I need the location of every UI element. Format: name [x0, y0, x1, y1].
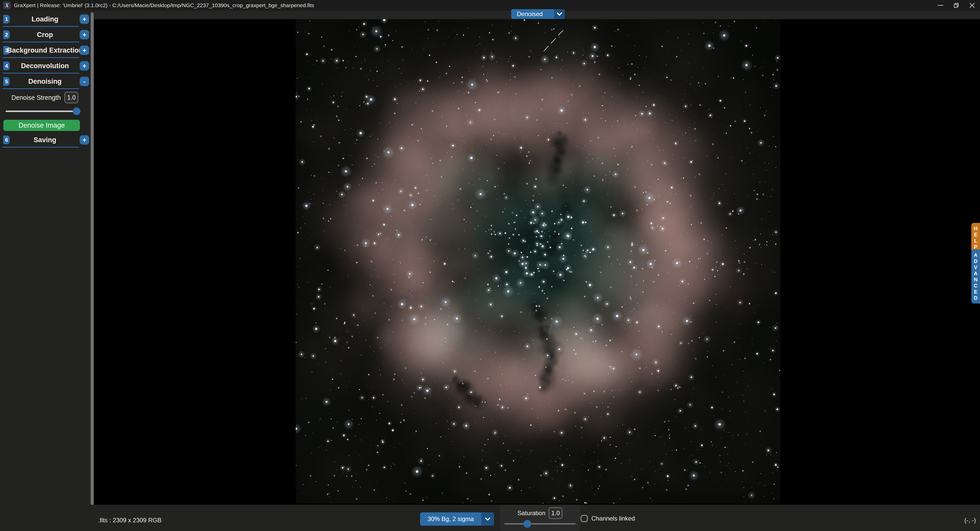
close-icon	[969, 3, 975, 8]
denoise-strength-slider[interactable]	[6, 108, 80, 115]
section-expand-button[interactable]: +	[80, 45, 89, 55]
minimize-button[interactable]	[932, 0, 948, 11]
window-controls	[932, 0, 980, 11]
section-label: Loading	[0, 15, 90, 23]
chevron-down-icon	[485, 517, 490, 520]
title-bar: X GraXpert | Release: 'Umbriel' (3.1.0rc…	[0, 0, 980, 11]
saturation-row: Saturation 1.0	[500, 507, 580, 520]
restore-icon	[954, 3, 959, 8]
section-background-extraction: 3 Background Extraction +	[0, 42, 90, 58]
dropdown-arrow[interactable]	[481, 512, 494, 526]
channels-linked-control: Channels linked	[581, 515, 635, 522]
sidebar-scrollbar[interactable]	[91, 12, 94, 527]
advanced-tab[interactable]: ADVANCED	[971, 250, 980, 304]
section-deconvolution: 4 Deconvolution +	[0, 58, 90, 73]
section-denoising: 5 Denoising -	[0, 73, 90, 89]
channels-linked-checkbox[interactable]	[581, 515, 588, 522]
display-version-value[interactable]: Denoised	[511, 9, 554, 19]
app-logo-icon: X	[3, 2, 11, 9]
denoise-strength-row: Denoise Strength 1.0	[0, 91, 90, 104]
saturation-value-field[interactable]: 1.0	[549, 507, 563, 519]
section-expand-button[interactable]: +	[80, 135, 89, 145]
stretch-option-value[interactable]: 30% Bg, 2 sigma	[420, 512, 481, 526]
slider-thumb[interactable]	[73, 108, 80, 115]
denoise-strength-label: Denoise Strength	[11, 94, 61, 101]
window-title: GraXpert | Release: 'Umbriel' (3.1.0rc2)…	[14, 0, 314, 11]
saturation-label: Saturation	[517, 510, 546, 517]
saturation-panel: Saturation 1.0	[500, 505, 580, 531]
cursor-coordinates: (-, -)	[964, 517, 976, 524]
file-info-text: .fits : 2309 x 2309 RGB	[98, 517, 161, 524]
section-label: Crop	[0, 31, 90, 38]
graxpert-window: X GraXpert | Release: 'Umbriel' (3.1.0rc…	[0, 0, 980, 531]
slider-thumb[interactable]	[523, 520, 531, 528]
help-tab[interactable]: HELP	[971, 223, 980, 253]
slider-track[interactable]	[504, 523, 576, 525]
denoising-panel: Denoise Strength 1.0 Denoise Image	[0, 89, 90, 132]
section-expand-button[interactable]: +	[80, 61, 89, 70]
denoise-strength-value-field[interactable]: 1.0	[64, 92, 78, 103]
section-label: Deconvolution	[0, 62, 90, 70]
section-divider	[3, 147, 79, 148]
workflow-sidebar: 1 Loading + 2 Crop + 3 Background Extrac…	[0, 11, 94, 531]
display-version-dropdown[interactable]: Denoised	[511, 9, 565, 19]
chevron-down-icon	[557, 13, 562, 16]
section-label: Denoising	[0, 77, 90, 85]
section-collapse-button[interactable]: -	[80, 76, 89, 86]
nebula-image[interactable]	[296, 19, 780, 504]
section-expand-button[interactable]: +	[80, 14, 89, 24]
status-bar: .fits : 2309 x 2309 RGB 30% Bg, 2 sigma …	[0, 505, 980, 531]
channels-linked-label: Channels linked	[591, 515, 635, 522]
saturation-slider[interactable]	[504, 520, 576, 528]
denoise-image-button[interactable]: Denoise Image	[3, 120, 80, 131]
stretch-option-dropdown[interactable]: 30% Bg, 2 sigma	[420, 512, 494, 526]
minimize-icon	[938, 5, 943, 6]
slider-track[interactable]	[6, 111, 80, 112]
section-expand-button[interactable]: +	[80, 30, 89, 39]
astro-image[interactable]	[296, 19, 780, 504]
dropdown-arrow[interactable]	[554, 9, 565, 19]
image-canvas-area[interactable]	[94, 11, 980, 505]
restore-button[interactable]	[948, 0, 964, 11]
section-label: Background Extraction	[0, 46, 90, 54]
section-loading: 1 Loading +	[0, 11, 90, 27]
section-crop: 2 Crop +	[0, 27, 90, 42]
close-button[interactable]	[964, 0, 980, 11]
section-label: Saving	[0, 136, 90, 144]
section-saving: 6 Saving +	[0, 132, 90, 148]
